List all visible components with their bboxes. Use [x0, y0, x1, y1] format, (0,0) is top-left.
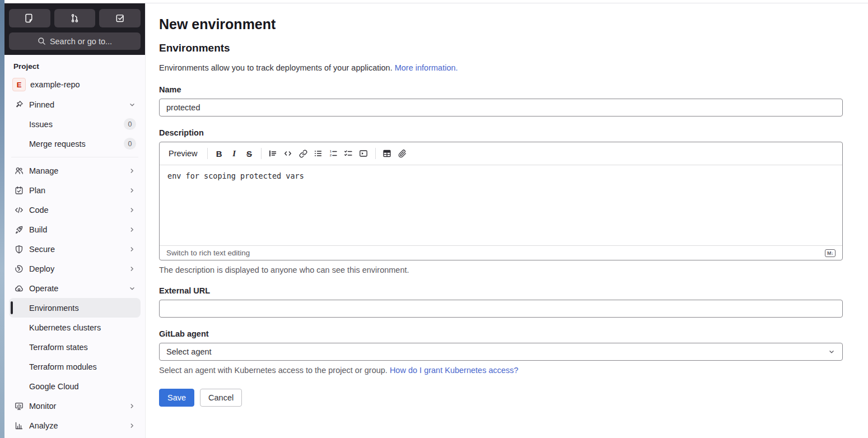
desktop-background-strip [0, 0, 4, 438]
italic-button[interactable]: I [227, 147, 242, 160]
name-input[interactable] [159, 99, 843, 117]
sidebar-item-merge-requests[interactable]: Merge requests 0 [9, 134, 141, 153]
sidebar-item-google-cloud[interactable]: Google Cloud [9, 376, 141, 396]
cancel-button[interactable]: Cancel [200, 389, 242, 407]
code-button[interactable] [281, 147, 296, 160]
sidebar: Search or go to... Project E example-rep… [4, 3, 146, 438]
todo-icon [115, 13, 125, 23]
search-icon [38, 37, 46, 45]
project-name: example-repo [30, 80, 136, 89]
svg-text:2: 2 [330, 154, 332, 157]
merge-requests-shortcut-button[interactable] [54, 9, 96, 27]
search-input[interactable]: Search or go to... [9, 32, 141, 50]
sidebar-item-label: Terraform modules [29, 362, 136, 371]
sidebar-item-label: Plan [29, 186, 128, 195]
project-avatar: E [12, 78, 26, 91]
attach-file-button[interactable] [395, 147, 410, 160]
editor-footer: Switch to rich text editing M↓ [160, 245, 842, 260]
sidebar-item-operate[interactable]: Operate [9, 278, 141, 298]
strikethrough-button[interactable]: S [242, 147, 257, 160]
sidebar-item-label: Manage [29, 166, 128, 175]
chart-icon [15, 421, 24, 430]
toolbar-divider [261, 148, 262, 159]
todo-shortcut-button[interactable] [99, 9, 141, 27]
preview-tab[interactable]: Preview [165, 149, 203, 158]
link-button[interactable] [296, 147, 311, 160]
sidebar-item-pinned[interactable]: Pinned [9, 95, 141, 114]
users-icon [15, 166, 24, 175]
issues-shortcut-button[interactable] [9, 9, 50, 27]
description-textarea[interactable]: env for scoping protected vars [160, 165, 842, 245]
bullet-list-button[interactable] [311, 147, 326, 160]
sidebar-item-build[interactable]: Build [9, 220, 141, 239]
chevron-right-icon [128, 265, 136, 273]
agent-select[interactable]: Select agent [159, 343, 843, 361]
sidebar-section-label: Project [9, 57, 141, 74]
gitlab-agent-label: GitLab agent [159, 329, 843, 338]
task-list-button[interactable] [341, 147, 356, 160]
sidebar-item-code[interactable]: Code [9, 200, 141, 220]
pin-icon [15, 100, 24, 109]
sidebar-item-label: Secure [29, 245, 128, 254]
search-placeholder: Search or go to... [50, 37, 112, 46]
main-content: New environment Environments Environment… [146, 3, 868, 438]
sidebar-item-environments[interactable]: Environments [9, 298, 141, 318]
shield-icon [15, 245, 24, 254]
sidebar-item-issues[interactable]: Issues 0 [9, 114, 141, 134]
chevron-right-icon [128, 206, 136, 214]
sidebar-nav: Project E example-repo Pinned Issues [4, 55, 145, 438]
more-information-link[interactable]: More information. [395, 63, 458, 72]
sidebar-item-label: Code [29, 206, 128, 215]
merge-request-icon [70, 13, 80, 23]
sidebar-header: Search or go to... [4, 3, 145, 55]
chevron-down-icon [828, 348, 836, 356]
quote-button[interactable] [265, 147, 281, 160]
chevron-down-icon [128, 285, 136, 292]
sidebar-item-label: Analyze [29, 421, 128, 430]
rocket-icon [15, 225, 24, 234]
description-help-text: The description is displayed to anyone w… [159, 265, 843, 274]
sidebar-item-plan[interactable]: Plan [9, 180, 141, 200]
deploy-icon [15, 264, 24, 273]
description-label: Description [159, 128, 843, 137]
sidebar-item-manage[interactable]: Manage [9, 161, 141, 180]
description-editor: Preview B I S [159, 142, 843, 260]
markdown-toolbar: Preview B I S [160, 142, 842, 165]
bold-button[interactable]: B [212, 147, 227, 160]
markdown-icon: M↓ [825, 249, 836, 257]
chevron-right-icon [128, 402, 136, 410]
agent-help-body: Select an agent with Kubernetes access t… [159, 366, 390, 375]
toolbar-divider [207, 148, 208, 159]
intro-text-body: Environments allow you to track deployme… [159, 63, 393, 72]
external-url-input[interactable] [159, 300, 843, 318]
switch-to-rich-text-link[interactable]: Switch to rich text editing [166, 249, 250, 257]
table-button[interactable] [380, 147, 395, 160]
calendar-check-icon [15, 186, 24, 195]
sidebar-item-terraform-states[interactable]: Terraform states [9, 337, 141, 357]
chevron-right-icon [128, 422, 136, 430]
sidebar-item-kubernetes-clusters[interactable]: Kubernetes clusters [9, 318, 141, 337]
numbered-list-button[interactable]: 12 [326, 147, 341, 160]
external-url-label: External URL [159, 286, 843, 295]
merge-requests-count-badge: 0 [124, 138, 136, 150]
chevron-right-icon [128, 245, 136, 253]
form-actions: Save Cancel [159, 389, 843, 407]
sidebar-item-monitor[interactable]: Monitor [9, 396, 141, 416]
page-title: New environment [159, 16, 843, 33]
sidebar-project-row[interactable]: E example-repo [9, 74, 141, 95]
sidebar-item-label: Monitor [29, 402, 128, 411]
description-textarea-wrap: env for scoping protected vars [160, 165, 842, 245]
sidebar-item-deploy[interactable]: Deploy [9, 259, 141, 278]
intro-text: Environments allow you to track deployme… [159, 62, 843, 73]
sidebar-item-label: Merge requests [29, 139, 124, 148]
issues-count-badge: 0 [124, 118, 136, 130]
environments-heading: Environments [159, 41, 843, 55]
agent-select-value: Select agent [166, 347, 212, 356]
collapsible-section-button[interactable] [356, 147, 371, 160]
sidebar-item-analyze[interactable]: Analyze [9, 416, 141, 435]
sidebar-item-secure[interactable]: Secure [9, 239, 141, 259]
kubernetes-access-link[interactable]: How do I grant Kubernetes access? [390, 366, 519, 375]
name-label: Name [159, 85, 843, 94]
save-button[interactable]: Save [159, 389, 194, 407]
sidebar-item-terraform-modules[interactable]: Terraform modules [9, 357, 141, 376]
